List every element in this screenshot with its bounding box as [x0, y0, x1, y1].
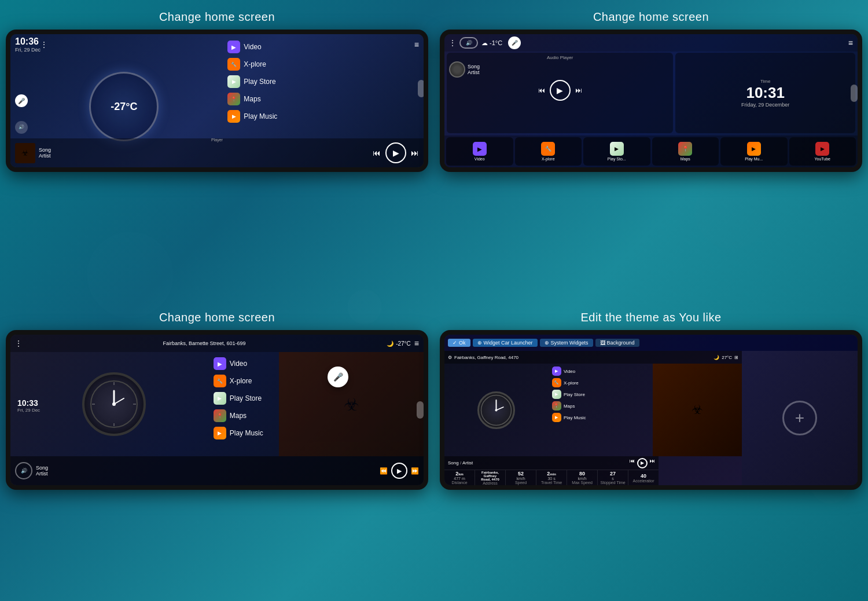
s3-video-icon: ▶: [214, 357, 226, 370]
s2-maps-icon: 📍: [678, 142, 692, 156]
s3-dots: ⋮: [15, 339, 22, 347]
s4-clock-face: [479, 393, 513, 427]
s4-menu-video: ▶ Video: [551, 366, 650, 376]
widget-label: Widget Car Launcher: [484, 340, 533, 346]
s4-main: ⚙ Fairbanks, Gaffney Road, 4470 🌙 27°C ⊞: [444, 351, 858, 485]
s2-disc: [449, 61, 465, 78]
xplore-icon: 🔧: [227, 58, 240, 71]
stat-stoppedtime-label: Stopped Time: [600, 481, 625, 485]
s1-player-label: Player: [211, 138, 223, 142]
s1-player-bar: ☣ Song Artist Player ⏮ ▶ ⏭: [10, 138, 424, 167]
s4-song: Song: [448, 460, 459, 466]
rew-btn-3[interactable]: ⏪: [380, 467, 388, 475]
video-label: Video: [244, 43, 261, 51]
maps-icon: 📍: [227, 93, 240, 105]
scroll-handle-3[interactable]: [417, 401, 424, 419]
s1-menu-item-playmusic: ▶ Play Music: [225, 108, 419, 124]
s4-menu-xplore: 🔧 X-plore: [551, 378, 650, 388]
s2-xplore-icon: 🔧: [541, 142, 555, 156]
stat-maxspeed-label: Max Speed: [572, 481, 592, 485]
scroll-handle-1[interactable]: [418, 80, 424, 97]
s3-top-bar: ⋮ Fairbanks, Barnette Street, 601-699 🌙 …: [10, 335, 424, 352]
next-btn-1[interactable]: ⏭: [411, 148, 419, 157]
prev-btn-4[interactable]: ⏮: [630, 458, 635, 468]
plus-icon-1: ⊕: [477, 340, 482, 346]
ok-button[interactable]: ✓ Ok: [448, 339, 470, 347]
s4-add-widget-button[interactable]: +: [782, 401, 817, 435]
s2-weather: ☁ -1°C: [481, 39, 502, 47]
s2-speaker-icon: 🔊: [459, 37, 478, 49]
next-btn-2[interactable]: ⏭: [575, 86, 582, 94]
stat-address-label: Address: [483, 481, 498, 485]
stat-speed: 52 km/h Speed: [506, 470, 536, 485]
s2-bottom-apps: ▶ Video 🔧 X-plore ▶ Play Sto... 📍: [444, 135, 858, 167]
s3-song-info: Song Artist: [36, 465, 376, 477]
stat-maxspeed-val: 80: [579, 471, 585, 477]
maps-label: Maps: [244, 95, 260, 103]
play-btn-4[interactable]: ▶: [637, 458, 648, 468]
scroll-handle-2[interactable]: [851, 85, 858, 102]
cell-3-title: Change home screen: [159, 311, 275, 324]
s2-top-bar: ⋮ 🔊 ☁ -1°C 🎤 ≡: [444, 34, 858, 52]
s2-app-video[interactable]: ▶ Video: [446, 137, 513, 166]
s2-video-icon: ▶: [473, 142, 487, 156]
s2-hamburger: ≡: [848, 38, 853, 47]
stat-speed-unit: km/h: [516, 477, 525, 481]
s1-menu-item-xplore: 🔧 X-plore: [225, 56, 419, 72]
stat-distance-label: Distance: [451, 481, 467, 485]
s2-app-playmusic[interactable]: ▶ Play Mu...: [720, 137, 788, 166]
s1-song: Song: [39, 147, 369, 153]
s4-bottom-section: Song / Artist ⏮ ▶ ⏭: [444, 456, 659, 485]
s2-app-youtube[interactable]: ▶ YouTube: [789, 137, 856, 166]
stat-address-val: Fairbanks,GaffneyRoad, 4470: [481, 471, 499, 481]
s2-playstore-label: Play Sto...: [608, 157, 626, 161]
s1-song-info: Song Artist: [39, 147, 369, 159]
s2-dots: ⋮: [449, 39, 456, 47]
s4-address: Fairbanks, Gaffney Road, 4470: [454, 355, 518, 360]
s4-player-controls: ⏮ ▶ ⏭: [630, 458, 655, 468]
ok-label: Ok: [459, 340, 466, 346]
s4-menu-maps: 📍 Maps: [551, 401, 650, 411]
plus-icon-2: ⊕: [545, 340, 549, 346]
cell-2: Change home screen ⋮ 🔊 ☁ -1°C 🎤 ≡: [434, 0, 868, 300]
widget-car-launcher-button[interactable]: ⊕ Widget Car Launcher: [473, 339, 538, 347]
background-button[interactable]: 🖼 Background: [595, 339, 639, 347]
s2-clock-date: Friday, 29 December: [741, 102, 789, 108]
s1-menu-item-playstore: ▶ Play Store: [225, 74, 419, 90]
s2-temperature: -1°C: [490, 39, 502, 46]
system-label: System Widgets: [551, 340, 589, 346]
fwd-btn-3[interactable]: ⏩: [411, 467, 419, 475]
system-widgets-button[interactable]: ⊕ System Widgets: [540, 339, 593, 347]
s2-app-playstore[interactable]: ▶ Play Sto...: [583, 137, 650, 166]
play-btn-3[interactable]: ▶: [391, 463, 407, 479]
check-icon: ✓: [453, 340, 457, 346]
s3-temperature: -27°C: [396, 340, 411, 347]
s3-song: Song: [36, 465, 376, 471]
stat-stoppedtime: 27 s Stopped Time: [598, 470, 628, 485]
s2-app-maps[interactable]: 📍 Maps: [652, 137, 719, 166]
s4-playstore-icon: ▶: [552, 390, 561, 399]
s3-playmusic-icon: ▶: [214, 427, 226, 439]
play-btn-1[interactable]: ▶: [385, 142, 406, 163]
s4-stats-row: 2km 477 m Distance Fairbanks,GaffneyRoad…: [444, 470, 659, 485]
prev-btn-2[interactable]: ⏮: [538, 86, 545, 94]
s2-clock-time: 10:31: [746, 84, 785, 102]
s3-mic-fab[interactable]: 🎤: [328, 367, 348, 387]
s3-xplore-label: X-plore: [230, 377, 252, 385]
moon-icon: 🌙: [387, 340, 393, 347]
s3-hamburger: ≡: [414, 339, 419, 348]
s4-xplore-icon: 🔧: [552, 378, 561, 387]
s4-artist: Artist: [462, 460, 473, 466]
phone-2: ⋮ 🔊 ☁ -1°C 🎤 ≡ Audio Player: [440, 30, 862, 172]
s3-playstore-label: Play Store: [230, 394, 262, 402]
play-btn-2[interactable]: ▶: [550, 80, 571, 101]
svg-line-10: [496, 407, 504, 411]
s4-clock-area: [444, 364, 549, 456]
s2-youtube-label: YouTube: [814, 157, 830, 161]
s3-video-label: Video: [230, 360, 247, 368]
s2-app-xplore[interactable]: 🔧 X-plore: [515, 137, 582, 166]
next-btn-4[interactable]: ⏭: [650, 458, 655, 468]
s2-xplore-label: X-plore: [542, 157, 555, 161]
playmusic-label: Play Music: [244, 112, 277, 120]
prev-btn-1[interactable]: ⏮: [373, 148, 381, 157]
